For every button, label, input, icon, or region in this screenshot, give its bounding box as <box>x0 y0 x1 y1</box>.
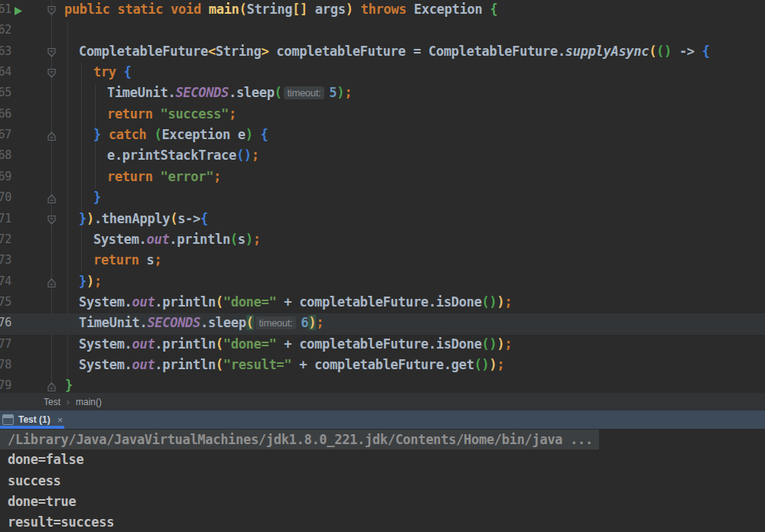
console-output-line: result=success <box>0 512 765 532</box>
line-number[interactable]: 72 <box>0 232 11 246</box>
line-number[interactable]: 67 <box>0 128 11 141</box>
line-number[interactable]: 62 <box>0 23 11 37</box>
code-line[interactable]: 66return "success"; <box>0 105 765 126</box>
code-text: System.out.println(s); <box>93 232 261 247</box>
code-text: System.out.println("done=" + completable… <box>79 336 512 352</box>
line-number[interactable]: 68 <box>0 148 11 162</box>
line-number[interactable]: 76 <box>0 316 11 329</box>
line-number[interactable]: 78 <box>0 358 11 371</box>
line-number[interactable]: 61 <box>0 2 11 16</box>
run-tab-label: Test (1) <box>18 414 50 425</box>
line-number[interactable]: 64 <box>0 65 11 79</box>
run-console-output[interactable]: /Library/Java/JavaVirtualMachines/jdk1.8… <box>0 429 765 532</box>
code-line[interactable]: 74}); <box>0 272 765 294</box>
close-icon[interactable]: × <box>57 414 63 426</box>
code-text: try { <box>93 64 132 79</box>
line-number[interactable]: 79 <box>0 378 11 392</box>
code-line[interactable]: 65TimeUnit.SECONDS.sleep(timeout:5); <box>0 83 765 105</box>
code-text: e.printStackTrace(); <box>107 148 259 163</box>
fold-up-icon[interactable] <box>47 129 57 140</box>
code-text: }); <box>79 274 102 289</box>
code-line[interactable]: 67} catch (Exception e) { <box>0 125 765 147</box>
console-command-text: /Library/Java/JavaVirtualMachines/jdk1.8… <box>0 430 599 449</box>
code-line[interactable]: 64try { <box>0 63 765 84</box>
code-line[interactable]: 70} <box>0 188 765 209</box>
console-output-line: done=false <box>0 449 765 470</box>
code-line[interactable]: 69return "error"; <box>0 167 765 189</box>
code-line[interactable]: 68e.printStackTrace(); <box>0 146 765 167</box>
fold-down-icon[interactable] <box>47 66 57 77</box>
code-line[interactable]: 61public static void main(String[] args)… <box>0 0 765 21</box>
code-line[interactable]: 77System.out.println("done=" + completab… <box>0 335 765 356</box>
editor[interactable]: 61public static void main(String[] args)… <box>0 0 765 397</box>
run-icon[interactable] <box>13 4 23 14</box>
code-line[interactable]: 71}).thenApply(s->{ <box>0 209 765 231</box>
breadcrumb-item-method[interactable]: main() <box>76 397 102 407</box>
code-text: return "success"; <box>107 106 236 122</box>
breadcrumb-separator-icon: › <box>67 397 70 407</box>
ide-window: 61public static void main(String[] args)… <box>0 0 765 532</box>
console-output-line: success <box>0 471 765 491</box>
console-command-line: /Library/Java/JavaVirtualMachines/jdk1.8… <box>0 429 765 449</box>
code-text: return "error"; <box>107 169 221 184</box>
line-number[interactable]: 75 <box>0 295 11 309</box>
line-number[interactable]: 65 <box>0 86 11 99</box>
code-line[interactable]: 78System.out.println("result=" + complet… <box>0 355 765 377</box>
code-text: return s; <box>93 252 161 268</box>
line-number[interactable]: 63 <box>0 44 11 58</box>
parameter-hint: timeout: <box>284 86 325 99</box>
line-number[interactable]: 74 <box>0 274 11 288</box>
run-toolwindow-icon <box>2 414 14 425</box>
breadcrumb-item-class[interactable]: Test <box>44 397 60 407</box>
code-line[interactable]: 62 <box>0 21 765 42</box>
code-line[interactable]: 76TimeUnit.SECONDS.sleep(timeout:6); <box>0 313 765 335</box>
code-text: } <box>65 378 73 393</box>
code-text: }).thenApply(s->{ <box>79 211 208 226</box>
parameter-hint: timeout: <box>256 316 297 329</box>
code-text: CompletableFuture<String> completableFut… <box>79 44 710 59</box>
fold-down-icon[interactable] <box>47 4 57 15</box>
code-text: TimeUnit.SECONDS.sleep(timeout:5); <box>107 85 352 100</box>
code-text: System.out.println("result=" + completab… <box>79 357 504 372</box>
fold-up-icon[interactable] <box>47 192 57 203</box>
breadcrumb: Test › main() <box>0 393 765 410</box>
code-text: TimeUnit.SECONDS.sleep(timeout:6); <box>79 315 324 330</box>
code-text: public static void main(String[] args) t… <box>64 2 497 17</box>
fold-up-icon[interactable] <box>47 380 57 391</box>
line-number[interactable]: 77 <box>0 337 11 351</box>
line-number[interactable]: 73 <box>0 253 11 267</box>
fold-up-icon[interactable] <box>47 276 57 287</box>
line-number[interactable]: 71 <box>0 212 11 225</box>
fold-down-icon[interactable] <box>47 46 57 57</box>
code-text: } <box>93 190 101 205</box>
code-line[interactable]: 63CompletableFuture<String> completableF… <box>0 42 765 63</box>
code-line[interactable]: 73return s; <box>0 251 765 272</box>
line-number[interactable]: 70 <box>0 190 11 204</box>
code-line[interactable]: 72System.out.println(s); <box>0 230 765 251</box>
run-toolwindow-header: Test (1) × <box>0 410 765 429</box>
line-number[interactable]: 69 <box>0 170 11 183</box>
code-line[interactable]: 75System.out.println("done=" + completab… <box>0 293 765 314</box>
line-number[interactable]: 66 <box>0 107 11 121</box>
code-text: System.out.println("done=" + completable… <box>79 294 512 310</box>
code-text: } catch (Exception e) { <box>93 127 269 142</box>
fold-down-icon[interactable] <box>47 213 57 224</box>
console-output-line: done=true <box>0 491 765 512</box>
